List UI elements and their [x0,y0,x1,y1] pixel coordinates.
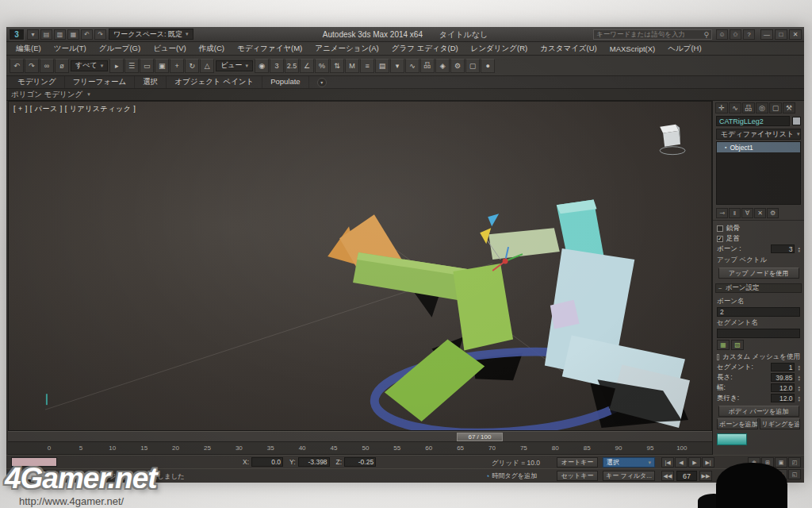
unlink-selection-icon[interactable]: ø [55,59,69,73]
play-icon[interactable]: ▶ [688,457,701,468]
bone-name-field[interactable]: 2 [717,307,800,317]
ribbon-tab[interactable]: オブジェクト ペイント [167,76,262,88]
remove-modifier-icon[interactable]: ✕ [754,208,766,218]
select-and-move-icon[interactable]: + [170,59,184,73]
ribbon-tab[interactable]: モデリング [10,76,65,88]
stack-item-object[interactable]: ▪ Object1 [717,142,800,152]
ribbon-tab[interactable]: フリーフォーム [65,76,136,88]
motion-tab-icon[interactable]: ◎ [756,102,768,114]
ribbon-more-button[interactable]: ▾ [317,78,327,87]
selection-filter-dropdown[interactable]: すべて▾ [71,60,108,71]
configure-modifier-sets-icon[interactable]: ⚙ [767,208,779,218]
select-object-icon[interactable]: ▸ [109,59,124,73]
display-tab-icon[interactable]: ▢ [769,102,782,114]
time-slider[interactable]: 67 / 100 [8,431,712,442]
ankle-checkbox[interactable]: ✓ [717,236,723,242]
key-filter-button[interactable]: キー フィルタ... [603,471,655,481]
zoom-extents-icon[interactable]: ▣ [775,457,787,468]
highlighted-panel-button[interactable] [717,433,747,445]
coordinate-field[interactable]: -3.398 [298,457,330,467]
go-to-end-icon[interactable]: ▶| [702,457,714,468]
percent-snap-icon[interactable]: % [315,59,329,73]
snap-toggle-3d-icon[interactable]: 3 [270,59,284,73]
menu-item[interactable]: 編集(E) [10,44,48,54]
redo-icon[interactable]: ↷ [25,59,39,73]
curve-editor-icon[interactable]: ∿ [405,59,419,73]
rectangular-selection-icon[interactable]: ▭ [140,59,154,73]
rendered-frame-icon[interactable]: ▢ [465,59,480,73]
bone-settings-rollout[interactable]: − ボーン設定 [715,283,802,293]
modify-tab-icon[interactable]: ∿ [729,102,741,114]
make-unique-icon[interactable]: ∀ [741,208,753,218]
utilities-tab-icon[interactable]: ⚒ [783,102,795,114]
spinner-field[interactable]: 12.0 [771,383,795,392]
workspace-dropdown[interactable]: ワークスペース: 既定 ▾ [109,29,193,40]
current-frame-field[interactable]: 67 [676,471,697,481]
star-icon[interactable]: ✩ [730,29,741,40]
copy-bone-mesh-icon[interactable]: ▦ [717,340,730,350]
create-tab-icon[interactable]: ✛ [715,102,728,114]
ribbon-toggle-icon[interactable]: ▾ [390,59,404,73]
object-color-swatch[interactable] [792,117,801,125]
coordinate-field[interactable]: 0.0 [251,457,283,467]
app-logo-button[interactable]: 3 [9,29,25,40]
cat-bones[interactable] [327,199,690,428]
prev-key-icon[interactable]: ◀◀ [661,471,674,481]
redo-icon[interactable]: ↷ [94,29,106,40]
ribbon-tab[interactable]: 選択 [135,76,167,88]
menu-item[interactable]: グループ(G) [93,44,147,54]
save-file-icon[interactable]: ▦ [67,29,79,40]
menu-item[interactable]: MAXScript(X) [603,44,662,53]
window-crossing-icon[interactable]: ▣ [155,59,169,73]
coordinate-field[interactable]: -0.25 [344,457,376,467]
pin-stack-icon[interactable]: ⊸ [716,208,728,218]
modifier-stack[interactable]: ▪ Object1 [716,141,801,205]
select-by-name-icon[interactable]: ☰ [124,59,139,73]
select-and-scale-icon[interactable]: △ [200,59,214,73]
paste-bone-mesh-icon[interactable]: ▧ [731,340,744,350]
undo-icon[interactable]: ↶ [10,59,24,73]
use-pivot-center-icon[interactable]: ◉ [255,59,269,73]
time-slider-handle[interactable]: 67 / 100 [457,433,503,441]
modifier-list-dropdown[interactable]: モディファイヤリスト ▾ [716,129,801,140]
menu-item[interactable]: グラフ エディタ(D) [385,44,465,54]
spinner-arrows[interactable]: ▴▾ [798,395,800,402]
spinner-field[interactable]: 39.85 [771,373,795,382]
object-name-field[interactable]: CATRigLLeg2 [716,116,790,126]
auto-key-button[interactable]: オートキー [557,457,598,468]
spinner-snap-icon[interactable]: ⇅ [330,59,344,73]
render-production-icon[interactable]: ● [481,59,495,73]
selection-set-dropdown[interactable]: 選択 ▾ [603,457,655,468]
spinner-field[interactable]: 12.0 [771,394,795,402]
open-file-icon[interactable]: ▥ [54,29,66,40]
next-key-icon[interactable]: ▶▶ [699,471,712,481]
snap-toggle-25d-icon[interactable]: 2.5 [285,59,299,73]
angle-snap-icon[interactable]: ∠ [300,59,314,73]
new-scene-icon[interactable]: ▤ [40,29,52,40]
mirror-icon[interactable]: M [345,59,359,73]
select-and-link-icon[interactable]: ∞ [40,59,54,73]
add-body-part-button[interactable]: ボディ パーツを追加 [718,406,799,417]
perspective-viewport[interactable]: [ + ] [ パース ] [ リアリスティック ] [8,101,712,431]
add-time-tag-button[interactable]: ◔ 時間タグを追加 [485,471,537,481]
cat-rig-scene[interactable] [9,102,711,430]
menu-item[interactable]: モディファイヤ(M) [231,44,308,54]
help-icon[interactable]: ? [743,29,755,40]
track-bar[interactable]: 0510152025303540455055606570758085909510… [8,442,712,455]
select-and-rotate-icon[interactable]: ↻ [185,59,199,73]
close-button[interactable]: ✕ [789,29,802,40]
search-box[interactable]: キーワードまたは語句を入力 ⚲ [593,29,712,40]
go-to-start-icon[interactable]: |◀ [661,457,674,468]
spinner-arrows[interactable]: ▴▾ [798,385,800,391]
show-end-result-icon[interactable]: ‖ [729,208,741,218]
viewport-label[interactable]: [ + ] [ パース ] [ リアリスティック ] [13,104,136,114]
menu-item[interactable]: ビュー(V) [147,44,193,54]
app-menu-icon[interactable]: ▾ [27,29,39,40]
spinner-field[interactable]: 1 [771,363,795,371]
spinner-arrows[interactable]: ▴▾ [798,375,800,381]
menu-item[interactable]: レンダリング(R) [465,44,534,54]
custom-mesh-checkbox[interactable] [717,354,719,360]
maximize-button[interactable]: □ [775,29,787,40]
sign-in-icon[interactable]: ☺ [716,29,728,40]
align-icon[interactable]: ≡ [360,59,374,73]
